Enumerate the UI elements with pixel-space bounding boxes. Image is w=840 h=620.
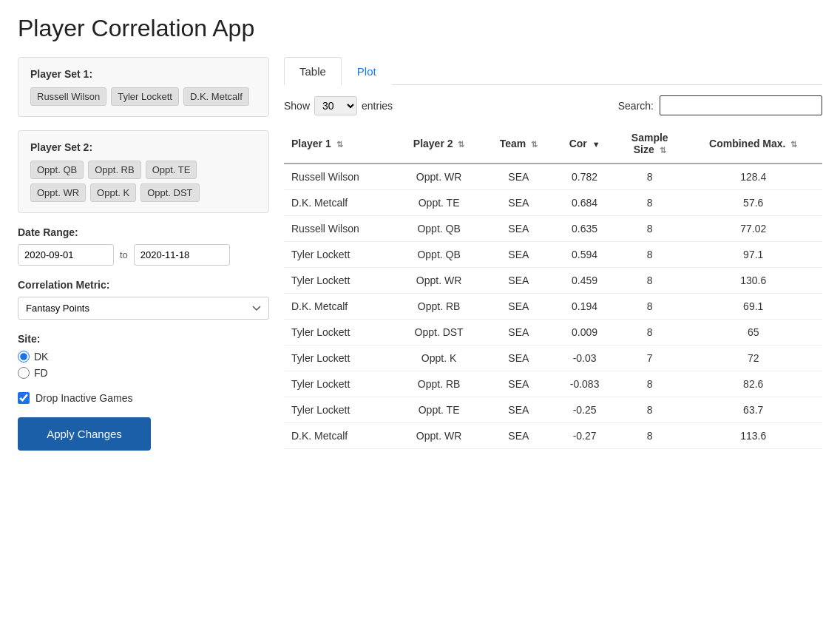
app-container: Player Correlation App Player Set 1: Rus…: [0, 0, 840, 465]
cell-player1: D.K. Metcalf: [284, 423, 395, 449]
col-player1-sort-icon: [336, 140, 343, 149]
table-row: Tyler LockettOppt. QBSEA0.594897.1: [284, 242, 822, 268]
cell-player2: Oppt. DST: [395, 320, 484, 346]
col-combined-max-sort-icon: [790, 140, 797, 149]
cell-cor: -0.03: [554, 346, 615, 371]
cell-player1: Tyler Lockett: [284, 242, 395, 268]
player-set-2-tag[interactable]: Oppt. K: [90, 183, 136, 202]
col-header-cor[interactable]: Cor: [554, 124, 615, 164]
cell-player1: Tyler Lockett: [284, 320, 395, 346]
show-entries-row: Show 10253050100 entries: [284, 96, 393, 115]
player-set-1-tags: Russell WilsonTyler LockettD.K. Metcalf: [30, 87, 257, 106]
date-separator: to: [120, 249, 128, 260]
cell-player1: Tyler Lockett: [284, 397, 395, 423]
cell-cor: 0.594: [554, 242, 615, 268]
cell-sample_size: 8: [615, 268, 684, 294]
cell-player2: Oppt. WR: [395, 423, 484, 449]
drop-inactive-checkbox[interactable]: [18, 392, 30, 404]
data-table: Player 1 Player 2 Team Cor: [284, 124, 822, 449]
apply-changes-button[interactable]: Apply Changes: [18, 417, 151, 451]
cell-team: SEA: [484, 397, 555, 423]
correlation-metric-select[interactable]: Fantasy PointsDFS PointsActual Points: [18, 297, 269, 320]
date-end-input[interactable]: [134, 244, 230, 266]
site-label: Site:: [18, 333, 269, 345]
main-layout: Player Set 1: Russell WilsonTyler Locket…: [18, 57, 822, 451]
cell-player2: Oppt. K: [395, 346, 484, 371]
col-header-team[interactable]: Team: [484, 124, 555, 164]
tab-table[interactable]: Table: [284, 57, 342, 85]
site-radio-dk[interactable]: [18, 351, 30, 363]
col-header-player1[interactable]: Player 1: [284, 124, 395, 164]
entries-select[interactable]: 10253050100: [314, 96, 357, 115]
cell-combined_max: 82.6: [684, 371, 822, 397]
player-set-2-tag[interactable]: Oppt. WR: [30, 183, 86, 202]
table-row: Tyler LockettOppt. WRSEA0.4598130.6: [284, 268, 822, 294]
cell-combined_max: 69.1: [684, 294, 822, 320]
site-radio-label-fd: FD: [34, 367, 48, 379]
player-set-2-tag[interactable]: Oppt. DST: [140, 183, 199, 202]
cell-player2: Oppt. QB: [395, 242, 484, 268]
cell-sample_size: 8: [615, 320, 684, 346]
player-set-1-tag[interactable]: D.K. Metcalf: [183, 87, 249, 106]
col-header-sample-size[interactable]: SampleSize: [615, 124, 684, 164]
date-range-label: Date Range:: [18, 226, 269, 238]
table-row: D.K. MetcalfOppt. WRSEA-0.278113.6: [284, 423, 822, 449]
table-row: Tyler LockettOppt. KSEA-0.03772: [284, 346, 822, 371]
player-set-2-section: Player Set 2: Oppt. QBOppt. RBOppt. TEOp…: [18, 130, 269, 213]
search-input[interactable]: [660, 95, 822, 115]
col-combined-max-label: Combined Max.: [709, 138, 785, 149]
cell-player1: Tyler Lockett: [284, 346, 395, 371]
player-set-1-section: Player Set 1: Russell WilsonTyler Locket…: [18, 57, 269, 117]
table-row: Russell WilsonOppt. WRSEA0.7828128.4: [284, 164, 822, 190]
entries-label: entries: [362, 100, 393, 112]
tabs-row: Table Plot: [284, 57, 822, 85]
cell-combined_max: 77.02: [684, 216, 822, 242]
cell-player1: D.K. Metcalf: [284, 190, 395, 216]
site-radio-label-dk: DK: [34, 351, 48, 363]
cell-team: SEA: [484, 371, 555, 397]
right-panel: Table Plot Show 10253050100 entries Sear…: [284, 57, 822, 451]
cell-cor: 0.635: [554, 216, 615, 242]
cell-combined_max: 128.4: [684, 164, 822, 190]
tab-plot[interactable]: Plot: [342, 57, 392, 85]
table-row: Russell WilsonOppt. QBSEA0.635877.02: [284, 216, 822, 242]
cell-team: SEA: [484, 294, 555, 320]
cell-cor: 0.782: [554, 164, 615, 190]
cell-player2: Oppt. TE: [395, 397, 484, 423]
cell-cor: 0.194: [554, 294, 615, 320]
correlation-metric-label: Correlation Metric:: [18, 279, 269, 291]
cell-cor: -0.27: [554, 423, 615, 449]
player-set-2-tag[interactable]: Oppt. TE: [146, 161, 197, 179]
cell-player2: Oppt. RB: [395, 371, 484, 397]
left-panel: Player Set 1: Russell WilsonTyler Locket…: [18, 57, 269, 451]
cell-combined_max: 65: [684, 320, 822, 346]
drop-inactive-label: Drop Inactive Games: [35, 392, 133, 404]
date-range-row: to: [18, 244, 269, 266]
cell-combined_max: 97.1: [684, 242, 822, 268]
table-row: D.K. MetcalfOppt. TESEA0.684857.6: [284, 190, 822, 216]
table-head: Player 1 Player 2 Team Cor: [284, 124, 822, 164]
cell-player2: Oppt. WR: [395, 164, 484, 190]
correlation-metric-section: Correlation Metric: Fantasy PointsDFS Po…: [18, 279, 269, 320]
correlation-metric-wrapper: Fantasy PointsDFS PointsActual Points: [18, 297, 269, 320]
player-set-2-tags: Oppt. QBOppt. RBOppt. TEOppt. WROppt. KO…: [30, 161, 257, 202]
col-sample-sort-icon: [660, 146, 666, 155]
site-radio-fd[interactable]: [18, 367, 30, 379]
col-team-label: Team: [500, 138, 526, 149]
player-set-2-tag[interactable]: Oppt. RB: [88, 161, 140, 179]
player-set-1-tag[interactable]: Tyler Lockett: [111, 87, 179, 106]
table-row: Tyler LockettOppt. RBSEA-0.083882.6: [284, 371, 822, 397]
site-radio-item: DK: [18, 351, 269, 363]
cell-team: SEA: [484, 268, 555, 294]
cell-player2: Oppt. QB: [395, 216, 484, 242]
date-range-section: Date Range: to: [18, 226, 269, 266]
player-set-1-tag[interactable]: Russell Wilson: [30, 87, 106, 106]
cell-team: SEA: [484, 164, 555, 190]
col-header-combined-max[interactable]: Combined Max.: [684, 124, 822, 164]
col-header-player2[interactable]: Player 2: [395, 124, 484, 164]
table-controls: Show 10253050100 entries Search:: [284, 95, 822, 115]
col-player2-label: Player 2: [413, 138, 453, 149]
player-set-2-tag[interactable]: Oppt. QB: [30, 161, 84, 179]
show-label: Show: [284, 100, 310, 112]
date-start-input[interactable]: [18, 244, 114, 266]
